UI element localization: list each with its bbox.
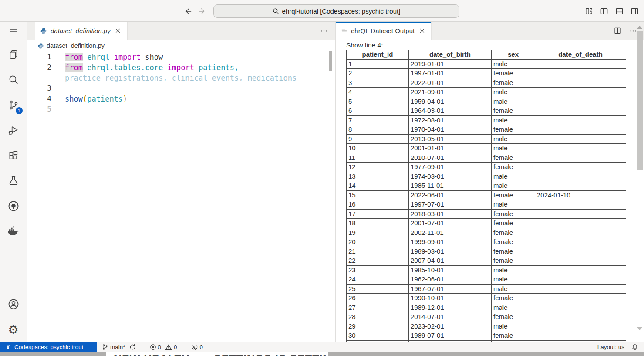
keyboard-layout-status-item[interactable]: Layout: us bbox=[597, 344, 624, 350]
dataset-output-webview: Show line 4: patient_iddate_of_birthsexd… bbox=[336, 40, 644, 342]
table-cell bbox=[535, 144, 626, 153]
sidebar-item-extensions[interactable] bbox=[0, 143, 27, 168]
table-cell: male bbox=[492, 275, 535, 285]
sidebar-left-icon bbox=[600, 7, 609, 16]
more-actions-icon[interactable] bbox=[319, 26, 329, 36]
ports-status-item[interactable]: 0 bbox=[191, 344, 203, 351]
split-editor-icon[interactable] bbox=[613, 26, 622, 36]
branch-status-item[interactable]: main* bbox=[102, 344, 125, 350]
breadcrumb[interactable]: dataset_definition.py bbox=[27, 40, 335, 51]
table-cell: 1972-08-01 bbox=[409, 115, 492, 125]
table-cell: female bbox=[492, 247, 535, 256]
table-cell: 16 bbox=[347, 200, 409, 210]
problems-status-item[interactable]: 0 0 bbox=[150, 344, 177, 351]
editor-scrollbar[interactable] bbox=[329, 51, 332, 71]
table-cell bbox=[535, 294, 626, 303]
table-cell bbox=[535, 69, 626, 78]
line-number: 3 bbox=[27, 83, 51, 94]
code-line: 2from ehrql.tables.core import patients, bbox=[27, 62, 335, 73]
error-icon bbox=[150, 344, 156, 350]
output-tab-bar: ehrQL Dataset Output bbox=[336, 22, 644, 40]
table-cell: 2022-06-01 bbox=[409, 190, 492, 200]
table-cell: 1985-11-01 bbox=[409, 181, 492, 191]
beaker-icon bbox=[8, 175, 19, 186]
table-cell: 19 bbox=[347, 228, 409, 237]
close-icon[interactable] bbox=[418, 27, 426, 35]
table-cell: female bbox=[492, 219, 535, 228]
table-row: 141985-11-01male bbox=[347, 181, 626, 191]
sidebar-item-explorer[interactable] bbox=[0, 42, 27, 67]
table-cell: 20 bbox=[347, 237, 409, 247]
table-row: 112010-07-01female bbox=[347, 153, 626, 163]
table-cell: 21 bbox=[347, 247, 409, 256]
table-cell: 7 bbox=[347, 115, 409, 125]
table-cell: female bbox=[492, 209, 535, 219]
table-cell: male bbox=[492, 144, 535, 153]
tab-dataset-definition[interactable]: dataset_definition.py bbox=[35, 22, 128, 40]
close-icon[interactable] bbox=[114, 27, 122, 35]
command-center-search[interactable]: ehrql-tutorial [Codespaces: psychic trou… bbox=[213, 4, 459, 18]
toggle-panel-button[interactable] bbox=[614, 6, 624, 16]
sidebar-item-run-debug[interactable] bbox=[0, 118, 27, 143]
table-cell bbox=[535, 275, 626, 285]
table-cell: female bbox=[492, 163, 535, 172]
table-row: 32022-01-01female bbox=[347, 78, 626, 88]
webview-scrollbar[interactable] bbox=[637, 31, 643, 170]
table-row: 292023-02-01male bbox=[347, 322, 626, 331]
table-row: 51959-04-01male bbox=[347, 97, 626, 106]
notifications-button[interactable] bbox=[631, 344, 638, 351]
table-cell: 1970-04-01 bbox=[409, 125, 492, 135]
table-row: 301989-07-01female bbox=[347, 331, 626, 341]
toggle-primary-sidebar-button[interactable] bbox=[599, 6, 609, 16]
code-line: practice_registrations, clinical_events,… bbox=[27, 73, 335, 83]
table-cell: 1985-10-01 bbox=[409, 265, 492, 275]
table-cell: 3 bbox=[347, 78, 409, 88]
table-cell: 2013-05-01 bbox=[409, 134, 492, 144]
account-icon bbox=[7, 298, 20, 310]
sidebar-item-testing[interactable] bbox=[0, 168, 27, 193]
table-cell: 1997-01-01 bbox=[409, 69, 492, 78]
tab-ehrql-dataset-output[interactable]: ehrQL Dataset Output bbox=[336, 22, 432, 40]
table-cell: 29 bbox=[347, 322, 409, 331]
sidebar-item-docker[interactable] bbox=[0, 219, 27, 244]
extensions-icon bbox=[8, 150, 19, 161]
scrollbar-down-arrow[interactable] bbox=[637, 327, 642, 330]
table-cell: male bbox=[492, 115, 535, 125]
remote-indicator[interactable]: Codespaces: psychic trout bbox=[0, 342, 97, 352]
activity-bar: 1 bbox=[0, 22, 27, 342]
table-cell: 1964-03-01 bbox=[409, 106, 492, 116]
table-cell: 2022-01-01 bbox=[409, 78, 492, 88]
code-editor[interactable]: 1from ehrql import show2from ehrql.table… bbox=[27, 51, 335, 342]
table-cell: 26 bbox=[347, 294, 409, 303]
table-cell bbox=[535, 209, 626, 219]
navigate-back-button[interactable] bbox=[182, 6, 193, 17]
table-cell bbox=[535, 228, 626, 237]
table-cell: 2014-07-01 bbox=[409, 312, 492, 322]
sync-status-item[interactable] bbox=[129, 344, 136, 350]
sidebar-item-search[interactable] bbox=[0, 67, 27, 92]
table-row: 131974-03-01male bbox=[347, 172, 626, 181]
table-cell: 1967-07-01 bbox=[409, 284, 492, 294]
sidebar-item-github[interactable] bbox=[0, 193, 27, 219]
breadcrumb-item: dataset_definition.py bbox=[47, 42, 105, 49]
table-cell: 1959-04-01 bbox=[409, 97, 492, 106]
table-cell: 11 bbox=[347, 153, 409, 163]
table-cell bbox=[535, 312, 626, 322]
table-cell: female bbox=[492, 256, 535, 266]
table-cell bbox=[535, 331, 626, 341]
menu-button[interactable] bbox=[0, 22, 27, 42]
sync-icon bbox=[129, 344, 136, 350]
customize-layout-button[interactable] bbox=[583, 6, 594, 16]
background-window-strip: NEW HEALTH SETTINGS IS SETTINGS bbox=[0, 352, 644, 356]
scrollbar-up-arrow[interactable] bbox=[637, 26, 642, 29]
toggle-secondary-sidebar-button[interactable] bbox=[629, 6, 640, 16]
settings-button[interactable]: ⚙ bbox=[0, 317, 27, 342]
table-cell: 24 bbox=[347, 275, 409, 285]
accounts-button[interactable] bbox=[0, 292, 27, 317]
search-icon bbox=[8, 74, 19, 85]
navigate-forward-button[interactable] bbox=[197, 6, 208, 17]
git-branch-icon bbox=[102, 344, 108, 350]
table-cell: 2001-01-01 bbox=[409, 144, 492, 153]
table-cell: 14 bbox=[347, 181, 409, 191]
sidebar-item-source-control[interactable]: 1 bbox=[0, 92, 27, 118]
